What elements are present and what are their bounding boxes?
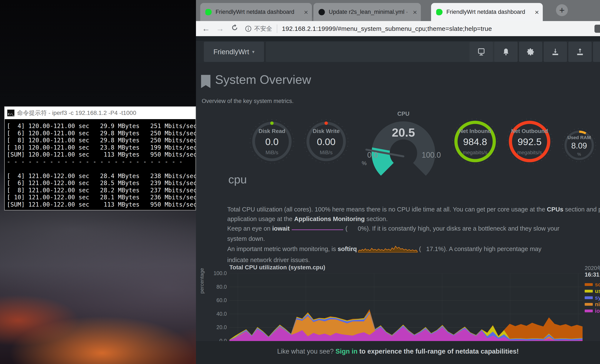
terminal-line: - - - - - - - - - - - - - - - - - - - - … (7, 158, 196, 166)
gauge-label: Used RAM (561, 135, 597, 140)
gauge-dot (324, 121, 328, 125)
gauge-used-ram: Used RAM 8.09 % (561, 127, 597, 163)
browser-window: FriendlyWrt netdata dashboard × Update r… (196, 0, 600, 364)
navbar-button-partial[interactable] (593, 42, 600, 62)
tab-close-icon[interactable]: × (413, 9, 417, 15)
gauge-net-inbound: Net Inbound 984.8 megabits/s (452, 118, 498, 165)
tab-title: FriendlyWrt netdata dashboard (216, 9, 300, 15)
signin-banner: Like what you see? Sign in to experience… (196, 341, 600, 364)
legend-name: nice (595, 301, 600, 308)
terminal-line: [ 4] 120.00-121.00 sec 29.9 MBytes 251 M… (7, 122, 196, 130)
cmd-icon: C:\_ (7, 110, 14, 116)
terminal-line: [ 8] 121.00-122.00 sec 28.2 MBytes 237 M… (7, 187, 196, 194)
cpu-section-heading: cpu (228, 173, 247, 186)
brand-label: FriendlyWrt (213, 48, 249, 56)
new-tab-button[interactable]: + (556, 4, 568, 16)
divider (277, 24, 277, 33)
chart-legend: softirqusersystemniceiowait (585, 281, 600, 314)
tab-strip: FriendlyWrt netdata dashboard × Update r… (196, 0, 600, 21)
url-field[interactable]: 192.168.2.1:19999/#menu_system_submenu_c… (282, 25, 492, 32)
export-button[interactable] (568, 42, 592, 62)
import-button[interactable] (544, 42, 567, 62)
forward-icon[interactable]: → (216, 24, 224, 33)
description-line: Keep an eye on iowait( 0%). If it is con… (227, 224, 600, 234)
chart-y-ticks: 0.020.040.060.080.0100.0 (196, 273, 227, 341)
github-favicon (319, 9, 325, 15)
tab-github[interactable]: Update r2s_lean_minimal.yml · k × (313, 3, 421, 21)
gauge-label: Net Inbound (452, 128, 498, 134)
gauge-unit: megabits/s (506, 149, 553, 156)
tab-close-icon[interactable]: × (535, 9, 539, 15)
gauge-min: 0.0 (367, 151, 378, 159)
tab-title: FriendlyWrt netdata dashboard (446, 9, 531, 15)
nodes-view-button[interactable] (469, 42, 493, 62)
gauge-value: 992.5 (506, 136, 553, 148)
bookmark-icon (201, 75, 210, 88)
terminal-window: C:\_ 命令提示符 - iperf3 -c 192.168.1.2 -P4 -… (4, 106, 196, 210)
cpu-description: Total CPU utilization (all cores). 100% … (227, 205, 600, 265)
tab-divider (313, 6, 313, 18)
legend-name: softirq (595, 281, 600, 288)
legend-item-iowait[interactable]: iowait (585, 308, 600, 314)
description-line: system down. (227, 234, 600, 243)
legend-name: system (595, 294, 600, 301)
softirq-sparkline (358, 243, 418, 255)
legend-swatch (585, 309, 593, 312)
browser-toolbar: ← → 不安全 192.168.2.1:19999/#menu_system_s… (196, 21, 600, 36)
alarms-button[interactable] (494, 42, 518, 62)
gauge-disk-read: Disk Read 0.0 MiB/s (249, 118, 295, 165)
settings-button[interactable] (519, 42, 542, 62)
back-icon[interactable]: ← (202, 24, 210, 33)
gauge-label: Net Outbound (506, 128, 553, 134)
terminal-line: [ 10] 120.00-121.00 sec 23.8 MBytes 199 … (7, 144, 196, 151)
gauge-unit: MiB/s (249, 149, 295, 156)
terminal-line: [ 10] 121.00-122.00 sec 28.1 MBytes 236 … (7, 194, 196, 201)
legend-item-nice[interactable]: nice (585, 301, 600, 308)
desktop: C:\_ 命令提示符 - iperf3 -c 192.168.1.2 -P4 -… (0, 0, 600, 364)
tab-netdata-2-active[interactable]: FriendlyWrt netdata dashboard × (431, 3, 543, 21)
terminal-output: [ 4] 120.00-121.00 sec 29.9 MBytes 251 M… (5, 119, 196, 208)
page-subtitle: Overview of the key system metrics. (202, 98, 294, 104)
gauge-net-outbound: Net Outbound 992.5 megabits/s (506, 118, 553, 165)
legend-item-user[interactable]: user (585, 288, 600, 294)
info-icon (245, 25, 252, 32)
chart-title: Total CPU utilization (system.cpu) (229, 264, 325, 271)
legend-item-softirq[interactable]: softirq (585, 281, 600, 288)
terminal-title: 命令提示符 - iperf3 -c 192.168.1.2 -P4 -t1000 (17, 109, 136, 117)
terminal-line: [ 8] 120.00-121.00 sec 29.8 MBytes 250 M… (7, 137, 196, 144)
gauge-value: 0.0 (249, 136, 295, 148)
monitor-icon (477, 48, 486, 56)
tab-close-icon[interactable]: × (304, 9, 308, 15)
gauge-disk-write: Disk Write 0.00 MiB/s (303, 118, 350, 165)
upload-icon (576, 48, 584, 56)
signin-text: Like what you see? Sign in to experience… (277, 346, 519, 356)
iowait-sparkline (291, 224, 344, 234)
terminal-line: [ 4] 121.00-122.00 sec 28.4 MBytes 238 M… (7, 173, 196, 180)
terminal-titlebar[interactable]: C:\_ 命令提示符 - iperf3 -c 192.168.1.2 -P4 -… (5, 107, 196, 119)
gauge-value: 20.5 (359, 126, 448, 139)
extension-icon[interactable] (594, 25, 600, 33)
description-line: application usage at the Applications Mo… (227, 214, 600, 224)
terminal-line: [SUM] 121.00-122.00 sec 113 MBytes 950 M… (7, 201, 196, 208)
tab-title: Update r2s_lean_minimal.yml · k (329, 9, 409, 15)
chart-timestamp-date: 2020年3 (585, 264, 600, 272)
cpu-chart-plot[interactable] (229, 273, 582, 341)
terminal-line: [ 6] 120.00-121.00 sec 29.8 MBytes 250 M… (7, 130, 196, 137)
terminal-line: [SUM] 120.00-121.00 sec 113 MBytes 950 M… (7, 151, 196, 158)
gauge-label: Disk Read (249, 128, 295, 134)
tab-netdata-1[interactable]: FriendlyWrt netdata dashboard × (200, 3, 312, 21)
brand-dropdown[interactable]: FriendlyWrt ▾ (204, 42, 264, 62)
gauge-unit: % (561, 152, 597, 157)
gauge-value: 8.09 (561, 141, 597, 150)
y-tick-label: 60.0 (216, 297, 227, 303)
description-line: indicate network driver issues. (227, 255, 600, 265)
netdata-favicon (436, 9, 442, 15)
description-line: An important metric worth monitoring, is… (227, 243, 600, 255)
download-icon (551, 48, 560, 56)
site-security-chip[interactable]: 不安全 (245, 25, 272, 33)
legend-item-system[interactable]: system (585, 294, 600, 301)
reload-icon[interactable] (231, 24, 238, 33)
terminal-line: [ 6] 121.00-122.00 sec 28.5 MBytes 239 M… (7, 179, 196, 187)
y-tick-label: 40.0 (216, 311, 227, 317)
legend-swatch (585, 296, 593, 299)
